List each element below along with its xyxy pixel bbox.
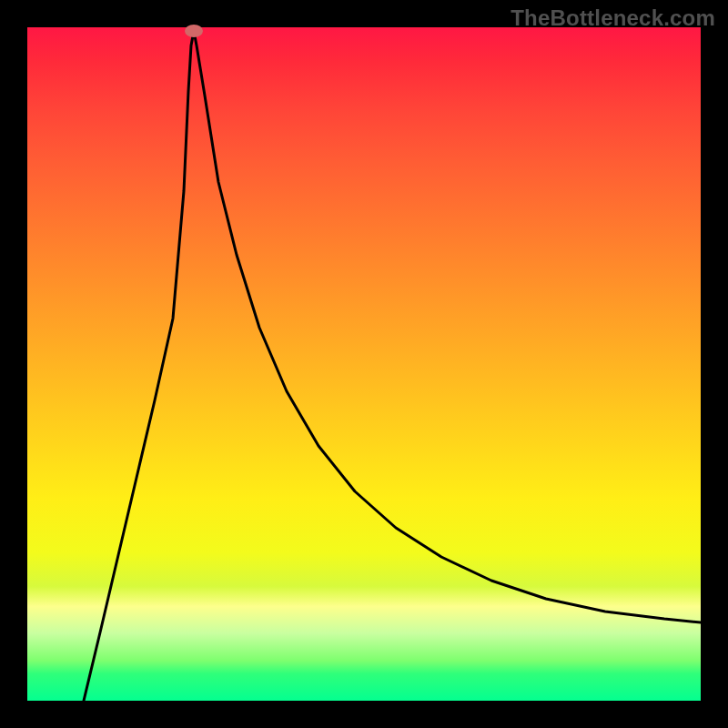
chart-area	[27, 27, 701, 701]
bottleneck-curve	[27, 27, 701, 701]
vertex-marker	[185, 25, 203, 37]
attribution-text: TheBottleneck.com	[511, 5, 715, 31]
